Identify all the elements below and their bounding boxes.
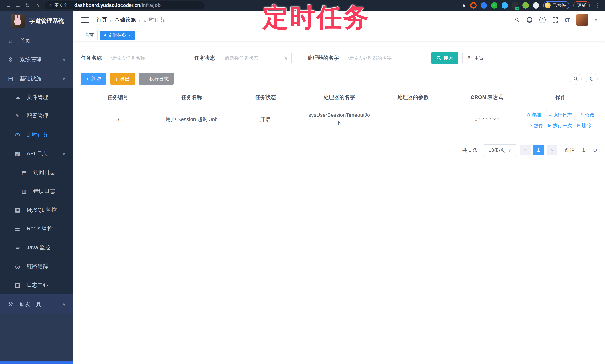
- search-icon[interactable]: [515, 17, 520, 22]
- job-name-input[interactable]: [107, 52, 178, 64]
- table-header-row: 任务编号 任务名称 任务状态 处理器的名字 处理器的参数 CRON 表达式 操作: [81, 91, 598, 104]
- cloud-upload-icon: ☁: [14, 94, 21, 100]
- log-center-icon: ▨: [14, 282, 21, 288]
- delete-link[interactable]: ⊟ 删除: [577, 122, 592, 129]
- app-logo: [11, 14, 25, 28]
- sidebar-item-infra[interactable]: ▤ 基础设施 ∧: [0, 69, 74, 88]
- sidebar-item-config-management[interactable]: ✎ 配置管理: [0, 107, 74, 125]
- extension-orange-icon[interactable]: [470, 2, 477, 9]
- breadcrumb-home[interactable]: 首页: [96, 16, 107, 24]
- prev-page-button[interactable]: ‹: [520, 145, 531, 156]
- address-bar[interactable]: ⚠ 不安全 dashboard.yudao.iocoder.cn /infra/…: [45, 1, 205, 9]
- select-chevron-icon: ∨: [508, 147, 512, 153]
- goto-label: 前往: [565, 147, 575, 154]
- sidebar-item-access-log[interactable]: ▤ 访问日志: [0, 163, 74, 182]
- help-icon[interactable]: ?: [539, 17, 546, 23]
- sidebar-item-home[interactable]: ⌂ 首页: [0, 31, 74, 50]
- cell-job-status: 开启: [228, 104, 302, 135]
- table-toolbar: + 新增 ↓ 导出 ≡ 执行日志: [81, 73, 598, 85]
- user-avatar[interactable]: [576, 14, 588, 26]
- bookmark-star-icon[interactable]: ★: [461, 2, 466, 8]
- next-page-button[interactable]: ›: [547, 145, 557, 156]
- paused-extension-badge[interactable]: 已暂停: [543, 1, 569, 10]
- detail-link[interactable]: ⊙ 详细: [526, 112, 541, 118]
- sidebar-item-mysql-monitor[interactable]: ▦ MySQL 监控: [0, 200, 74, 219]
- sidebar-item-scheduled-jobs[interactable]: ◷ 定时任务: [0, 125, 74, 144]
- extension-blue-icon[interactable]: [481, 2, 487, 9]
- col-job-name: 任务名称: [155, 91, 229, 104]
- cell-job-id: 3: [81, 104, 155, 135]
- pause-link[interactable]: × 暂停: [530, 122, 543, 129]
- sidebar-item-log-center[interactable]: ▨ 日志中心: [0, 276, 74, 294]
- app-title: 芋道管理系统: [29, 17, 64, 25]
- trash-icon: ⊟: [577, 123, 581, 128]
- edit-icon: ✎: [14, 113, 21, 119]
- chevron-down-icon: ∨: [62, 302, 66, 307]
- sidebar-item-file-management[interactable]: ☁ 文件管理: [0, 88, 74, 107]
- tag-close-icon[interactable]: ×: [128, 33, 131, 37]
- execution-log-button[interactable]: ≡ 执行日志: [139, 73, 174, 85]
- search-button[interactable]: 搜索: [431, 52, 458, 64]
- cell-handler-name: sysUserSessionTimeoutJob: [302, 104, 376, 135]
- briefcase-icon: ⚒: [7, 301, 14, 308]
- url-path: /infra/job: [140, 2, 160, 8]
- browser-home-button[interactable]: ⌂: [32, 2, 42, 9]
- total-count: 共 1 条: [462, 147, 478, 154]
- jobs-table: 任务编号 任务名称 任务状态 处理器的名字 处理器的参数 CRON 表达式 操作…: [81, 91, 598, 135]
- browser-menu-icon[interactable]: ⋮: [594, 2, 602, 9]
- fullscreen-icon[interactable]: [552, 17, 558, 23]
- toggle-search-button[interactable]: [570, 73, 581, 85]
- github-icon[interactable]: [526, 17, 533, 23]
- chevron-down-icon: ∨: [62, 57, 66, 62]
- on-badge: on: [515, 7, 519, 10]
- active-tag-dot: [104, 34, 106, 37]
- redis-icon: ☰: [14, 225, 21, 232]
- tag-scheduled-jobs[interactable]: 定时任务 ×: [100, 30, 134, 40]
- run-once-link[interactable]: ▶ 执行一次: [548, 122, 572, 129]
- modify-link[interactable]: ✎ 修改: [580, 112, 595, 118]
- reset-button[interactable]: ↻ 重置: [462, 52, 489, 64]
- refresh-icon: ↻: [589, 76, 594, 82]
- extensions-puzzle-icon[interactable]: [533, 2, 539, 9]
- page-size-select[interactable]: 10条/页 ∨: [483, 144, 517, 156]
- browser-update-button[interactable]: 更新: [573, 1, 590, 10]
- sidebar-item-trace[interactable]: ◎ 链路追踪: [0, 257, 74, 276]
- page-number-button[interactable]: 1: [533, 145, 544, 156]
- handler-name-input[interactable]: [344, 52, 415, 64]
- breadcrumb: 首页 / 基础设施 / 定时任务: [96, 16, 165, 24]
- security-warning-icon: ⚠: [49, 3, 53, 8]
- browser-back-button[interactable]: ←: [3, 2, 13, 9]
- row-execution-log-link[interactable]: ≡ 执行日志: [546, 110, 575, 120]
- browser-reload-button[interactable]: ↻: [23, 2, 32, 9]
- sidebar-item-error-log[interactable]: ▥ 错误日志: [0, 182, 74, 200]
- tag-home[interactable]: 首页: [81, 30, 98, 40]
- font-size-icon[interactable]: tT: [565, 17, 569, 23]
- goto-page-input[interactable]: [577, 145, 590, 156]
- sidebar-item-redis-monitor[interactable]: ☰ Redis 监控: [0, 219, 74, 238]
- list-icon: ≡: [144, 76, 147, 82]
- job-status-select[interactable]: [220, 52, 291, 64]
- extension-gem-icon[interactable]: [501, 2, 508, 9]
- browser-forward-button[interactable]: →: [13, 2, 23, 9]
- url-separator: [71, 3, 71, 8]
- refresh-table-button[interactable]: ↻: [586, 73, 598, 85]
- cell-handler-param: [376, 104, 450, 135]
- sidebar-item-system[interactable]: ⚙ 系统管理 ∨: [0, 50, 74, 69]
- sidebar-item-java-monitor[interactable]: ☕ Java 监控: [0, 238, 74, 257]
- refresh-icon: ↻: [468, 55, 472, 61]
- extension-switch-icon[interactable]: on: [512, 2, 518, 9]
- export-button[interactable]: ↓ 导出: [110, 73, 135, 85]
- sidebar-collapse-icon[interactable]: [81, 17, 89, 23]
- extension-green-check-icon[interactable]: ✓: [491, 2, 498, 9]
- infrastructure-icon: ▤: [7, 75, 14, 82]
- app-logo-row[interactable]: 芋道管理系统: [0, 11, 74, 31]
- home-icon: ⌂: [7, 38, 14, 44]
- sidebar-item-api-log[interactable]: ▧ API 日志 ∧: [0, 144, 74, 163]
- avatar-caret-icon[interactable]: ▾: [595, 17, 597, 23]
- clock-icon: ◷: [14, 131, 21, 138]
- sidebar-item-devtools[interactable]: ⚒ 研发工具 ∨: [0, 294, 74, 314]
- add-button[interactable]: + 新增: [81, 73, 106, 85]
- not-secure-label[interactable]: 不安全: [54, 2, 68, 8]
- breadcrumb-infra[interactable]: 基础设施: [114, 16, 136, 24]
- extension-leaf-icon[interactable]: [522, 2, 529, 9]
